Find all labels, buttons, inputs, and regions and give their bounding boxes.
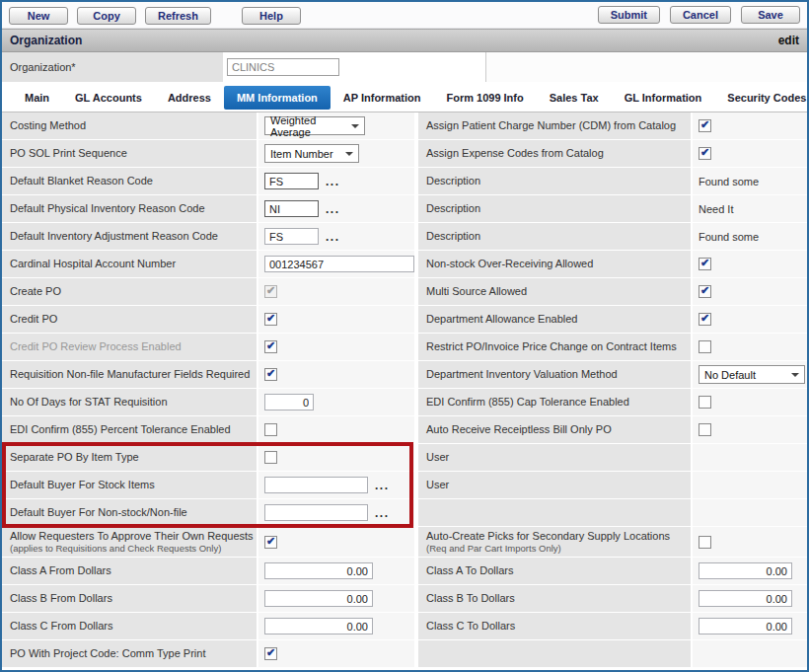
checkbox[interactable]: ✔	[264, 647, 277, 660]
right-value-cell: ✔	[693, 140, 807, 167]
form-row: Default Buyer For Stock Items...User	[2, 472, 807, 498]
field-value	[258, 613, 414, 639]
right-field-label: Assign Patient Charge Number (CDM) from …	[418, 112, 691, 139]
left-field-label: PO With Project Code: Comm Type Print	[2, 640, 257, 667]
checkbox[interactable]	[264, 451, 277, 464]
right-label-cell: Non-stock Over-Receiving Allowed	[418, 251, 691, 277]
checkbox[interactable]	[699, 396, 711, 409]
read-only-value: Found some	[699, 176, 759, 187]
ellipsis-lookup-icon[interactable]: ...	[326, 177, 340, 187]
checkbox[interactable]: ✔	[699, 119, 711, 132]
right-field-label: Department Allowance Enabled	[418, 306, 691, 333]
left-field-label: Credit PO Review Process Enabled	[2, 334, 257, 360]
checkbox[interactable]	[699, 536, 711, 549]
left-label-cell: Requisition Non-file Manufacturer Fields…	[2, 361, 257, 388]
checkbox[interactable]	[264, 423, 277, 436]
right-label-cell: Class B To Dollars	[418, 585, 691, 612]
field-value	[693, 444, 807, 471]
toolbar-button-help[interactable]: Help	[242, 7, 301, 25]
dropdown-selected-value: Item Number	[270, 148, 333, 160]
tab-main[interactable]: Main	[12, 86, 62, 110]
toolbar-button-cancel[interactable]: Cancel	[670, 6, 731, 24]
tab-mm-information[interactable]: MM Information	[224, 86, 331, 110]
tab-sales-tax[interactable]: Sales Tax	[537, 86, 612, 110]
field-label-text: Multi Source Allowed	[426, 285, 691, 298]
tab-gl-accounts[interactable]: GL Accounts	[62, 86, 155, 110]
checkbox[interactable]: ✔	[264, 313, 277, 326]
organization-input[interactable]	[227, 58, 339, 76]
checkbox[interactable]	[699, 340, 711, 353]
text-input[interactable]	[264, 256, 414, 272]
form-row: Class B From DollarsClass B To Dollars	[2, 585, 807, 612]
left-field-label: Separate PO By Item Type	[2, 444, 257, 471]
text-input[interactable]	[699, 590, 792, 607]
checkbox[interactable]: ✔	[264, 536, 277, 549]
field-label-text: EDI Confirm (855) Percent Tolerance Enab…	[10, 423, 257, 436]
checkbox[interactable]: ✔	[264, 368, 277, 381]
text-input[interactable]	[699, 618, 792, 635]
text-input[interactable]	[264, 618, 373, 635]
checkmark-icon: ✔	[266, 340, 275, 351]
left-label-cell: Class C From Dollars	[2, 613, 257, 639]
tab-ap-information[interactable]: AP Information	[331, 86, 434, 110]
toolbar-button-copy[interactable]: Copy	[77, 7, 136, 25]
tab-gl-information[interactable]: GL Information	[612, 86, 715, 110]
right-field-label: Description	[418, 223, 691, 250]
ellipsis-lookup-icon[interactable]: ...	[375, 481, 390, 490]
left-label-cell: EDI Confirm (855) Percent Tolerance Enab…	[2, 416, 257, 443]
right-field-label	[418, 640, 691, 667]
left-value-cell: ...	[258, 499, 414, 526]
text-input[interactable]	[699, 562, 792, 579]
field-sublabel-text: (Req and Par Cart Imports Only)	[426, 543, 691, 554]
dropdown-select[interactable]: Weighted Average	[264, 116, 365, 135]
field-value	[693, 558, 807, 584]
text-input[interactable]	[264, 590, 373, 607]
text-input[interactable]	[264, 394, 314, 411]
toolbar-button-save[interactable]: Save	[741, 6, 800, 24]
read-only-value: Need It	[699, 203, 733, 215]
lookup-input[interactable]	[264, 228, 319, 245]
dropdown-select[interactable]: Item Number	[264, 144, 359, 163]
lookup-input[interactable]	[264, 173, 319, 189]
checkbox[interactable]: ✔	[699, 285, 711, 298]
checkbox[interactable]: ✔	[699, 147, 711, 160]
tab-security-codes[interactable]: Security Codes	[714, 86, 809, 110]
ellipsis-lookup-icon[interactable]: ...	[326, 232, 340, 242]
dropdown-select[interactable]: No Default	[699, 365, 805, 384]
tab-form-1099-info[interactable]: Form 1099 Info	[433, 86, 536, 110]
field-value	[693, 416, 807, 443]
left-value-cell: ...	[258, 472, 414, 498]
field-value: ...	[258, 195, 414, 222]
lookup-input[interactable]	[264, 200, 319, 217]
right-field-label: Description	[418, 195, 691, 222]
checkbox[interactable]: ✔	[699, 258, 711, 270]
field-label-text: Create PO	[10, 285, 257, 298]
right-value-cell: ✔	[693, 251, 807, 277]
checkmark-icon: ✔	[700, 147, 709, 158]
form-row: Default Inventory Adjustment Reason Code…	[2, 223, 807, 250]
text-input[interactable]	[264, 562, 373, 579]
toolbar-button-refresh[interactable]: Refresh	[145, 7, 211, 25]
right-field-label: Class C To Dollars	[418, 613, 691, 639]
form-row: Default Blanket Reason Code...Descriptio…	[2, 168, 807, 194]
right-value-cell	[693, 640, 807, 667]
tab-address[interactable]: Address	[155, 86, 224, 110]
checkbox[interactable]	[699, 423, 711, 436]
lookup-input[interactable]	[264, 477, 368, 493]
checkbox[interactable]: ✔	[264, 340, 277, 353]
lookup-input[interactable]	[264, 504, 368, 521]
toolbar-right-buttons: SubmitCancelSave	[588, 6, 800, 24]
toolbar-button-submit[interactable]: Submit	[598, 6, 660, 24]
checkbox[interactable]: ✔	[699, 313, 711, 326]
right-value-cell: Found some	[693, 223, 807, 250]
field-label-text: Assign Patient Charge Number (CDM) from …	[426, 119, 691, 132]
field-value	[258, 444, 414, 471]
left-label-cell: Costing Method	[2, 112, 257, 139]
dropdown-selected-value: No Default	[704, 369, 756, 381]
left-value-cell: ✔	[258, 361, 414, 388]
left-label-cell: Create PO	[2, 278, 257, 305]
ellipsis-lookup-icon[interactable]: ...	[375, 508, 390, 518]
ellipsis-lookup-icon[interactable]: ...	[326, 204, 340, 214]
field-value: ...	[258, 168, 414, 194]
toolbar-button-new[interactable]: New	[9, 7, 68, 25]
